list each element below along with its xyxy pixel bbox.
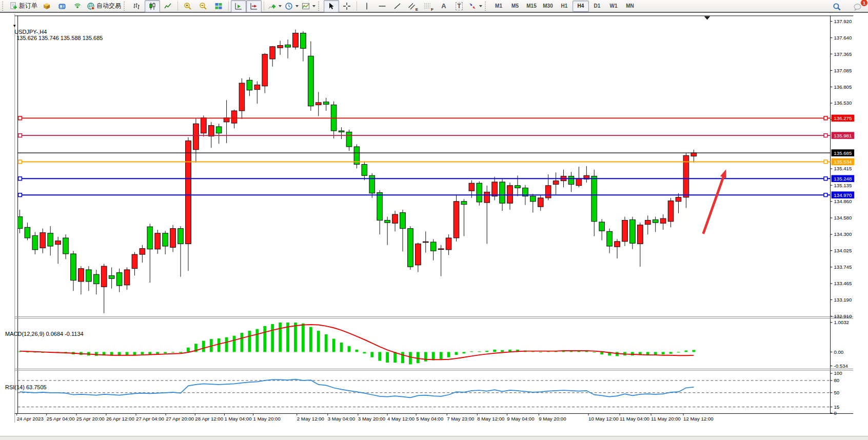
svg-text:137.640: 137.640 xyxy=(834,35,852,41)
candle xyxy=(78,269,84,282)
chart-window[interactable]: 137.920137.640137.365137.085136.805136.5… xyxy=(0,14,868,436)
chart-line-button[interactable] xyxy=(160,0,175,12)
trendline-tool-button[interactable] xyxy=(390,0,405,12)
signals-button[interactable] xyxy=(70,0,85,12)
timeframe-button-h1[interactable]: H1 xyxy=(556,1,573,12)
candle xyxy=(576,178,582,186)
auto-scroll-icon xyxy=(234,2,243,10)
candle xyxy=(32,235,38,250)
timeframe-button-h4[interactable]: H4 xyxy=(573,1,589,12)
candle xyxy=(492,182,498,196)
search-button[interactable] xyxy=(829,1,844,13)
horizontal-line-tool-button[interactable] xyxy=(374,0,390,12)
svg-text:135.685: 135.685 xyxy=(834,150,852,156)
timeframe-button-w1[interactable]: W1 xyxy=(605,1,622,12)
candle xyxy=(285,45,291,47)
candle xyxy=(270,47,275,59)
chart-shift-icon xyxy=(250,2,258,10)
candle xyxy=(607,231,613,246)
timeframe-button-d1[interactable]: D1 xyxy=(589,1,605,12)
autotrading-label: 自动交易 xyxy=(96,2,121,10)
chart-bars-button[interactable] xyxy=(129,0,145,12)
candle xyxy=(507,186,513,203)
candle xyxy=(660,218,666,223)
periods-button[interactable] xyxy=(283,0,300,12)
tile-windows-button[interactable] xyxy=(211,0,226,12)
crosshair-button[interactable] xyxy=(339,0,354,12)
svg-text:5 May 04:00: 5 May 04:00 xyxy=(416,416,443,422)
candle xyxy=(216,127,222,133)
svg-text:9 May 20:00: 9 May 20:00 xyxy=(539,416,566,422)
candle xyxy=(278,46,283,48)
new-order-button[interactable]: 新订单 xyxy=(8,0,39,12)
svg-text:1 May 20:00: 1 May 20:00 xyxy=(253,416,281,422)
text-tool-button[interactable]: A xyxy=(436,0,451,12)
candle xyxy=(630,219,636,243)
vertical-line-tool-button[interactable] xyxy=(359,0,374,12)
autotrading-icon xyxy=(87,2,95,10)
label-tool-button[interactable]: T xyxy=(451,0,467,12)
arrows-tool-button[interactable] xyxy=(467,0,484,12)
svg-text:9 May 04:00: 9 May 04:00 xyxy=(507,416,534,422)
one-click-collapse-icon[interactable]: ▼ xyxy=(12,24,16,28)
candle xyxy=(500,182,505,203)
chart-candles-button[interactable] xyxy=(145,0,160,12)
candle xyxy=(545,186,551,198)
timeframe-button-m5[interactable]: M5 xyxy=(507,1,523,12)
channel-tool-button[interactable]: E xyxy=(405,0,421,12)
line-chart-icon xyxy=(164,2,172,10)
indicators-icon xyxy=(268,2,276,10)
svg-text:2 May 12:00: 2 May 12:00 xyxy=(297,416,324,422)
timeframe-button-mn[interactable]: MN xyxy=(622,1,638,12)
cursor-button[interactable] xyxy=(324,0,339,12)
candle xyxy=(155,233,161,249)
svg-text:0.00: 0.00 xyxy=(834,349,843,355)
chart-shift-button[interactable] xyxy=(246,0,262,12)
toolbar-drag-handle[interactable] xyxy=(485,2,488,11)
svg-text:100: 100 xyxy=(834,370,842,376)
svg-text:10 May 12:00: 10 May 12:00 xyxy=(588,416,619,422)
price-badge-135.685: 135.685 xyxy=(832,149,855,156)
candle xyxy=(163,233,168,246)
chart-canvas[interactable]: 137.920137.640137.365137.085136.805136.5… xyxy=(0,14,868,436)
candle xyxy=(392,214,398,223)
toolbar-drag-handle[interactable] xyxy=(2,2,6,11)
auto-scroll-button[interactable] xyxy=(231,0,246,12)
indicators-button[interactable] xyxy=(266,0,283,12)
svg-text:-0.534: -0.534 xyxy=(834,363,848,369)
community-icon xyxy=(58,2,66,10)
community-button[interactable] xyxy=(54,0,70,12)
notifications-button[interactable]: 1 xyxy=(850,1,865,13)
price-badge-136.275: 136.275 xyxy=(832,115,855,122)
templates-button[interactable] xyxy=(300,0,317,12)
svg-text:50: 50 xyxy=(834,390,839,395)
candle xyxy=(40,233,46,248)
chart-title: ▼ USDJPY-,H4 135.626 135.746 135.588 135… xyxy=(6,16,103,47)
candle xyxy=(147,227,153,249)
candle xyxy=(430,242,436,251)
svg-text:3 May 20:00: 3 May 20:00 xyxy=(358,416,385,422)
svg-text:136.275: 136.275 xyxy=(834,115,852,121)
candle xyxy=(453,202,459,238)
label-tool-icon: T xyxy=(456,2,462,10)
svg-text:15: 15 xyxy=(834,404,839,410)
zoom-in-button[interactable] xyxy=(180,0,195,12)
candle xyxy=(477,183,482,202)
dropdown-caret-icon xyxy=(479,5,482,7)
svg-text:136.530: 136.530 xyxy=(834,100,852,106)
toolbar-drag-handle[interactable] xyxy=(318,2,322,11)
autotrading-button[interactable]: 自动交易 xyxy=(85,0,123,12)
zoom-out-button[interactable] xyxy=(195,0,211,12)
timeframe-button-m30[interactable]: M30 xyxy=(540,1,556,12)
timeframe-button-m1[interactable]: M1 xyxy=(490,1,507,12)
candle xyxy=(615,242,620,247)
fibonacci-tool-button[interactable]: F xyxy=(421,0,436,12)
candle xyxy=(55,241,61,245)
timeframe-button-m15[interactable]: M15 xyxy=(523,1,540,12)
market-button[interactable] xyxy=(39,0,54,12)
candle xyxy=(208,126,214,136)
text-tool-icon: A xyxy=(441,2,446,10)
macd-indicator-label: MACD(12,26,9) 0.0684 -0.1134 xyxy=(5,331,84,337)
candle xyxy=(668,201,674,222)
toolbar-drag-handle[interactable] xyxy=(124,2,127,11)
